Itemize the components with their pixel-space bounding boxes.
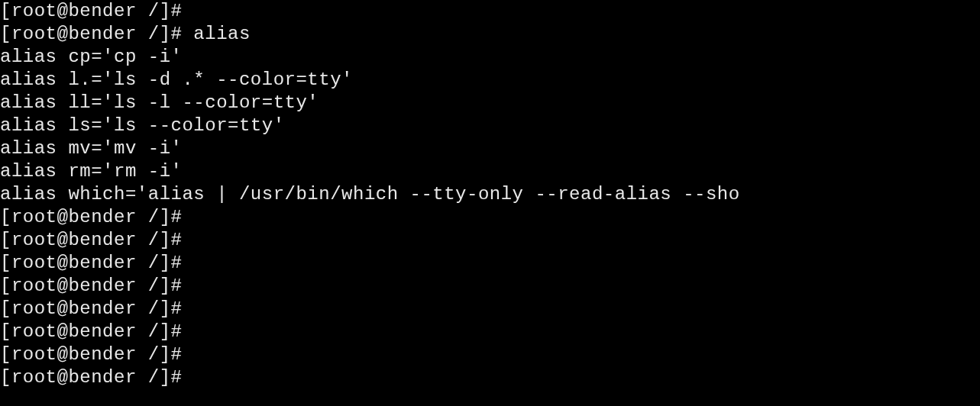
terminal-line[interactable]: alias cp='cp -i' <box>0 46 980 69</box>
terminal-line[interactable]: [root@bender /]# <box>0 321 980 343</box>
terminal-line[interactable]: [root@bender /]# <box>0 229 980 252</box>
terminal-line[interactable]: alias ls='ls --color=tty' <box>0 114 980 137</box>
terminal-line[interactable]: [root@bender /]# <box>0 343 980 366</box>
terminal-line[interactable]: [root@bender /]# <box>0 366 980 389</box>
terminal-line[interactable]: alias rm='rm -i' <box>0 160 980 183</box>
terminal-line[interactable]: alias l.='ls -d .* --color=tty' <box>0 69 980 92</box>
terminal-line[interactable]: [root@bender /]# <box>0 252 980 275</box>
terminal-line[interactable]: [root@bender /]# <box>0 0 980 23</box>
terminal-line[interactable]: alias ll='ls -l --color=tty' <box>0 92 980 114</box>
terminal-line[interactable]: alias which='alias | /usr/bin/which --tt… <box>0 183 980 206</box>
terminal-line[interactable]: alias mv='mv -i' <box>0 137 980 160</box>
terminal-line[interactable]: [root@bender /]# <box>0 206 980 229</box>
terminal-line[interactable]: [root@bender /]# <box>0 298 980 321</box>
terminal-line[interactable]: [root@bender /]# <box>0 275 980 298</box>
terminal-line[interactable]: [root@bender /]# alias <box>0 23 980 46</box>
